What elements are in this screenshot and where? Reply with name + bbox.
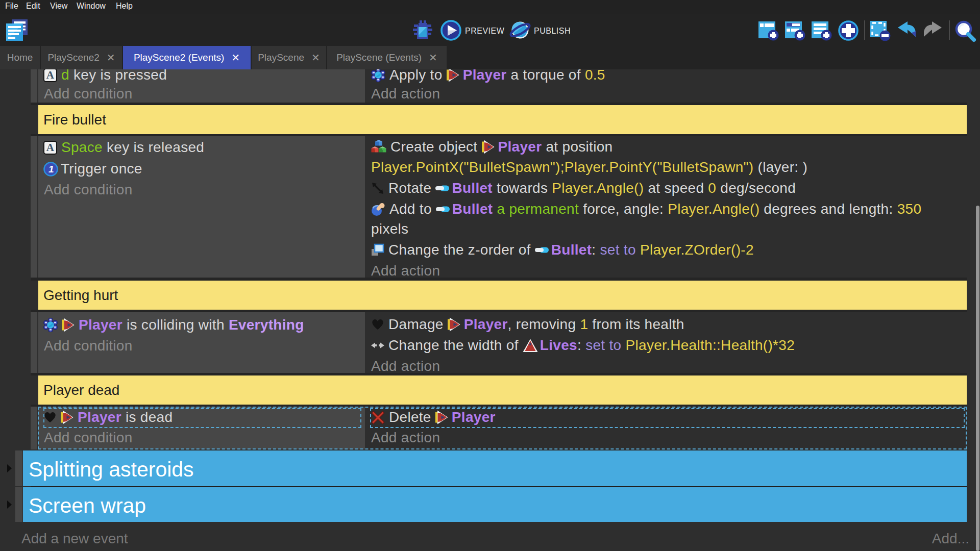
svg-text:1: 1 bbox=[48, 164, 54, 174]
